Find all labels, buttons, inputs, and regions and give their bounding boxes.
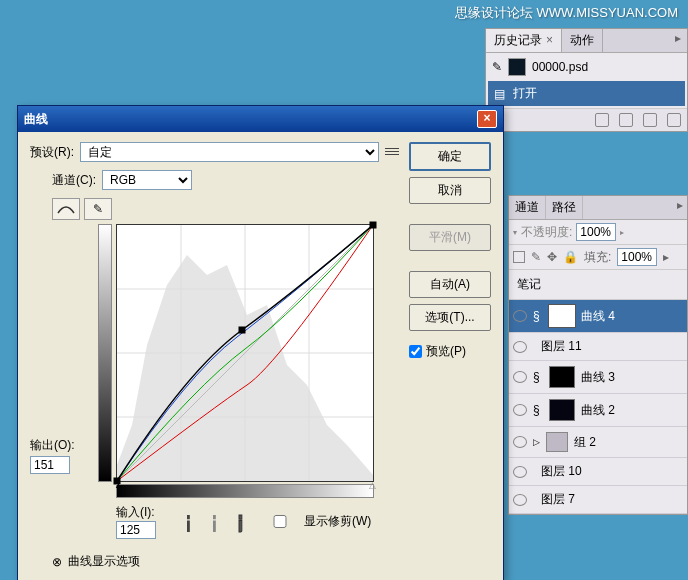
horizontal-gradient xyxy=(116,484,374,498)
new-doc-icon[interactable] xyxy=(643,113,657,127)
lock-row: ✎ ✥ 🔒 填充: ▸ xyxy=(509,245,687,270)
curve-options-label: 曲线显示选项 xyxy=(68,553,140,570)
layer-row[interactable]: 图层 10 xyxy=(509,458,687,486)
folder-toggle-icon[interactable]: ▷ xyxy=(533,437,540,447)
layer-name: 曲线 4 xyxy=(581,308,615,325)
layer-row[interactable]: 图层 7 xyxy=(509,486,687,514)
preview-checkbox[interactable]: 预览(P) xyxy=(409,343,491,360)
tab-actions[interactable]: 动作 xyxy=(562,29,603,52)
preset-menu-icon[interactable] xyxy=(385,146,399,158)
eye-icon[interactable] xyxy=(513,371,527,383)
tab-history[interactable]: 历史记录× xyxy=(486,29,562,52)
curve-display-options[interactable]: ⊗ 曲线显示选项 xyxy=(52,553,399,570)
layer-row[interactable]: § 曲线 2 xyxy=(509,394,687,427)
panel-menu-icon[interactable]: ▸ xyxy=(669,29,687,52)
curve-point-selected[interactable] xyxy=(239,326,246,333)
lock-move-icon[interactable]: ✥ xyxy=(547,250,557,264)
curve-point-tool[interactable] xyxy=(52,198,80,220)
preview-label: 预览(P) xyxy=(426,343,466,360)
eye-icon[interactable] xyxy=(513,494,527,506)
fill-label: 填充: xyxy=(584,249,611,266)
opacity-flyout[interactable]: ▸ xyxy=(620,228,624,237)
lock-brush-icon[interactable]: ✎ xyxy=(531,250,541,264)
dialog-titlebar[interactable]: 曲线 × xyxy=(18,106,503,132)
show-clipping-input[interactable] xyxy=(260,515,300,528)
layer-thumb xyxy=(549,366,575,388)
trash-icon[interactable] xyxy=(667,113,681,127)
output-label: 输出(O): xyxy=(30,437,94,454)
eye-icon[interactable] xyxy=(513,466,527,478)
history-filename: 00000.psd xyxy=(532,60,588,74)
panel-menu-icon[interactable]: ▸ xyxy=(673,196,687,219)
options-button[interactable]: 选项(T)... xyxy=(409,304,491,331)
fill-input[interactable] xyxy=(617,248,657,266)
layer-name: 曲线 2 xyxy=(581,402,615,419)
preset-row: 预设(R): 自定 xyxy=(30,142,399,162)
preview-input[interactable] xyxy=(409,345,422,358)
eye-icon[interactable] xyxy=(513,436,527,448)
curve-tool-row: ✎ xyxy=(52,198,399,220)
channel-label: 通道(C): xyxy=(52,172,96,189)
layer-row[interactable]: 图层 11 xyxy=(509,333,687,361)
preset-select[interactable]: 自定 xyxy=(80,142,379,162)
brush-icon: ✎ xyxy=(492,60,502,74)
layer-name: 组 2 xyxy=(574,434,596,451)
output-input[interactable] xyxy=(30,456,70,474)
lock-trans-icon[interactable] xyxy=(513,251,525,263)
curve-pencil-tool[interactable]: ✎ xyxy=(84,198,112,220)
biji-row[interactable]: 笔记 xyxy=(509,270,687,300)
white-eyedropper-icon[interactable] xyxy=(226,509,251,534)
link-icon[interactable]: § xyxy=(533,403,543,417)
tab-paths[interactable]: 路径 xyxy=(546,196,583,219)
show-clipping-checkbox[interactable]: 显示修剪(W) xyxy=(260,513,371,530)
channel-select[interactable]: RGB xyxy=(102,170,192,190)
new-snapshot-icon[interactable] xyxy=(595,113,609,127)
gray-eyedropper-icon[interactable] xyxy=(200,509,225,534)
input-input[interactable] xyxy=(116,521,156,539)
layer-row[interactable]: § 曲线 4 xyxy=(509,300,687,333)
eye-icon[interactable] xyxy=(513,404,527,416)
dialog-buttons: 确定 取消 平滑(M) 自动(A) 选项(T)... 预览(P) xyxy=(409,142,491,570)
blend-dropdown[interactable]: ▾ xyxy=(513,228,517,237)
close-button[interactable]: × xyxy=(477,110,497,128)
link-icon[interactable]: § xyxy=(533,370,543,384)
history-panel: 历史记录× 动作 ▸ ✎ 00000.psd ▤ 打开 xyxy=(485,28,688,132)
close-icon[interactable]: × xyxy=(546,33,553,47)
opacity-input[interactable] xyxy=(576,223,616,241)
folder-icon xyxy=(546,432,568,452)
eye-icon[interactable] xyxy=(513,341,527,353)
vertical-gradient xyxy=(98,224,112,482)
layer-name: 图层 10 xyxy=(541,463,582,480)
layer-name: 图层 7 xyxy=(541,491,575,508)
layer-row[interactable]: § 曲线 3 xyxy=(509,361,687,394)
tab-channels[interactable]: 通道 xyxy=(509,196,546,219)
curve-graph[interactable] xyxy=(116,224,374,482)
history-body: ✎ 00000.psd ▤ 打开 xyxy=(486,53,687,108)
curve-point[interactable] xyxy=(370,222,377,229)
black-eyedropper-icon[interactable] xyxy=(174,509,199,534)
layer-row[interactable]: ▷ 组 2 xyxy=(509,427,687,458)
link-icon[interactable]: § xyxy=(533,309,543,323)
layers-tabs: 通道 路径 ▸ xyxy=(509,196,687,220)
preset-label: 预设(R): xyxy=(30,144,74,161)
history-file-row[interactable]: ✎ 00000.psd xyxy=(488,55,685,79)
opacity-row: ▾ 不透明度: ▸ xyxy=(509,220,687,245)
tab-history-label: 历史记录 xyxy=(494,33,542,47)
lock-all-icon[interactable]: 🔒 xyxy=(563,250,578,264)
black-slider-icon[interactable]: ▲ xyxy=(114,480,123,490)
curves-dialog: 曲线 × 预设(R): 自定 通道(C): RGB ✎ xyxy=(17,105,504,580)
layer-name: 图层 11 xyxy=(541,338,582,355)
open-label: 打开 xyxy=(513,85,537,102)
layer-name: 曲线 3 xyxy=(581,369,615,386)
ok-button[interactable]: 确定 xyxy=(409,142,491,171)
history-tabs: 历史记录× 动作 ▸ xyxy=(486,29,687,53)
auto-button[interactable]: 自动(A) xyxy=(409,271,491,298)
camera-icon[interactable] xyxy=(619,113,633,127)
fill-flyout[interactable]: ▸ xyxy=(663,250,669,264)
history-step-open[interactable]: ▤ 打开 xyxy=(488,81,685,106)
file-thumb xyxy=(508,58,526,76)
white-slider-icon[interactable]: △ xyxy=(369,480,376,490)
show-clipping-label: 显示修剪(W) xyxy=(304,513,371,530)
cancel-button[interactable]: 取消 xyxy=(409,177,491,204)
eye-icon[interactable] xyxy=(513,310,527,322)
